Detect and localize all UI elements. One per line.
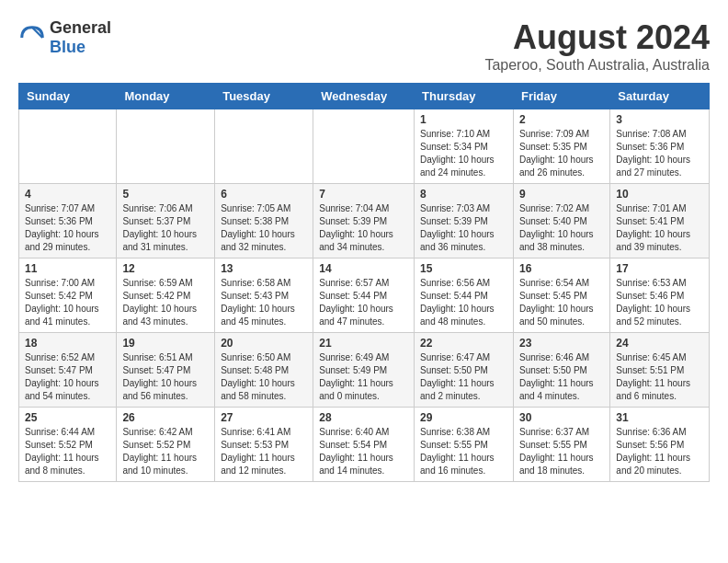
calendar-day-19: 19Sunrise: 6:51 AM Sunset: 5:47 PM Dayli… xyxy=(117,333,215,408)
day-info: Sunrise: 6:49 AM Sunset: 5:49 PM Dayligh… xyxy=(319,351,408,403)
day-info: Sunrise: 7:02 AM Sunset: 5:40 PM Dayligh… xyxy=(519,202,604,254)
day-number: 26 xyxy=(122,411,209,424)
day-info: Sunrise: 6:51 AM Sunset: 5:47 PM Dayligh… xyxy=(122,351,209,403)
day-info: Sunrise: 6:58 AM Sunset: 5:43 PM Dayligh… xyxy=(221,277,307,328)
calendar-day-21: 21Sunrise: 6:49 AM Sunset: 5:49 PM Dayli… xyxy=(313,333,415,408)
calendar-day-28: 28Sunrise: 6:40 AM Sunset: 5:54 PM Dayli… xyxy=(313,408,415,482)
calendar-day-30: 30Sunrise: 6:37 AM Sunset: 5:55 PM Dayli… xyxy=(513,408,609,482)
calendar-empty-cell xyxy=(117,109,215,184)
calendar-week-1: 1Sunrise: 7:10 AM Sunset: 5:34 PM Daylig… xyxy=(19,109,710,184)
day-info: Sunrise: 7:01 AM Sunset: 5:41 PM Dayligh… xyxy=(616,202,703,254)
calendar-day-29: 29Sunrise: 6:38 AM Sunset: 5:55 PM Dayli… xyxy=(415,408,514,482)
calendar-day-5: 5Sunrise: 7:06 AM Sunset: 5:37 PM Daylig… xyxy=(117,184,215,259)
day-number: 1 xyxy=(420,113,507,126)
day-info: Sunrise: 6:44 AM Sunset: 5:52 PM Dayligh… xyxy=(25,426,110,477)
day-number: 24 xyxy=(616,337,703,350)
day-number: 15 xyxy=(420,262,507,275)
day-info: Sunrise: 6:54 AM Sunset: 5:45 PM Dayligh… xyxy=(519,277,604,328)
day-info: Sunrise: 7:06 AM Sunset: 5:37 PM Dayligh… xyxy=(122,202,209,254)
day-header-saturday: Saturday xyxy=(610,84,710,109)
calendar-day-31: 31Sunrise: 6:36 AM Sunset: 5:56 PM Dayli… xyxy=(610,408,710,482)
day-info: Sunrise: 7:08 AM Sunset: 5:36 PM Dayligh… xyxy=(616,128,703,179)
day-info: Sunrise: 7:00 AM Sunset: 5:42 PM Dayligh… xyxy=(25,277,110,328)
logo-icon xyxy=(18,24,46,52)
calendar-week-4: 18Sunrise: 6:52 AM Sunset: 5:47 PM Dayli… xyxy=(19,333,710,408)
day-number: 27 xyxy=(221,411,307,424)
calendar-day-1: 1Sunrise: 7:10 AM Sunset: 5:34 PM Daylig… xyxy=(415,109,514,184)
day-number: 9 xyxy=(519,188,604,201)
logo-general: General xyxy=(50,18,111,38)
day-number: 2 xyxy=(519,113,604,126)
day-number: 25 xyxy=(25,411,110,424)
calendar-header-row: SundayMondayTuesdayWednesdayThursdayFrid… xyxy=(19,84,710,109)
day-header-tuesday: Tuesday xyxy=(215,84,313,109)
calendar-day-24: 24Sunrise: 6:45 AM Sunset: 5:51 PM Dayli… xyxy=(610,333,710,408)
day-info: Sunrise: 6:45 AM Sunset: 5:51 PM Dayligh… xyxy=(616,351,703,403)
calendar-day-17: 17Sunrise: 6:53 AM Sunset: 5:46 PM Dayli… xyxy=(610,259,710,333)
calendar-day-13: 13Sunrise: 6:58 AM Sunset: 5:43 PM Dayli… xyxy=(215,259,313,333)
day-number: 20 xyxy=(221,337,307,350)
calendar-day-3: 3Sunrise: 7:08 AM Sunset: 5:36 PM Daylig… xyxy=(610,109,710,184)
logo-blue: Blue xyxy=(50,38,111,57)
day-number: 11 xyxy=(25,262,110,275)
calendar-day-12: 12Sunrise: 6:59 AM Sunset: 5:42 PM Dayli… xyxy=(117,259,215,333)
day-header-sunday: Sunday xyxy=(19,84,117,109)
logo: General Blue xyxy=(18,18,111,57)
day-header-monday: Monday xyxy=(117,84,215,109)
day-info: Sunrise: 7:10 AM Sunset: 5:34 PM Dayligh… xyxy=(420,128,507,179)
calendar-day-16: 16Sunrise: 6:54 AM Sunset: 5:45 PM Dayli… xyxy=(513,259,609,333)
day-number: 12 xyxy=(122,262,209,275)
calendar-day-10: 10Sunrise: 7:01 AM Sunset: 5:41 PM Dayli… xyxy=(610,184,710,259)
day-number: 28 xyxy=(319,411,408,424)
day-number: 5 xyxy=(122,188,209,201)
calendar-day-20: 20Sunrise: 6:50 AM Sunset: 5:48 PM Dayli… xyxy=(215,333,313,408)
day-number: 29 xyxy=(420,411,507,424)
calendar-day-27: 27Sunrise: 6:41 AM Sunset: 5:53 PM Dayli… xyxy=(215,408,313,482)
calendar-week-2: 4Sunrise: 7:07 AM Sunset: 5:36 PM Daylig… xyxy=(19,184,710,259)
day-info: Sunrise: 6:56 AM Sunset: 5:44 PM Dayligh… xyxy=(420,277,507,328)
calendar-day-11: 11Sunrise: 7:00 AM Sunset: 5:42 PM Dayli… xyxy=(19,259,117,333)
day-info: Sunrise: 7:05 AM Sunset: 5:38 PM Dayligh… xyxy=(221,202,307,254)
calendar-week-3: 11Sunrise: 7:00 AM Sunset: 5:42 PM Dayli… xyxy=(19,259,710,333)
day-header-thursday: Thursday xyxy=(415,84,514,109)
calendar-day-26: 26Sunrise: 6:42 AM Sunset: 5:52 PM Dayli… xyxy=(117,408,215,482)
calendar-day-25: 25Sunrise: 6:44 AM Sunset: 5:52 PM Dayli… xyxy=(19,408,117,482)
day-info: Sunrise: 7:07 AM Sunset: 5:36 PM Dayligh… xyxy=(25,202,110,254)
page-header: General Blue August 2024 Taperoo, South … xyxy=(18,18,710,74)
day-number: 14 xyxy=(319,262,408,275)
logo-text: General Blue xyxy=(50,18,111,57)
day-number: 8 xyxy=(420,188,507,201)
calendar-empty-cell xyxy=(215,109,313,184)
day-info: Sunrise: 7:03 AM Sunset: 5:39 PM Dayligh… xyxy=(420,202,507,254)
day-number: 18 xyxy=(25,337,110,350)
day-number: 19 xyxy=(122,337,209,350)
day-header-friday: Friday xyxy=(513,84,609,109)
day-info: Sunrise: 6:52 AM Sunset: 5:47 PM Dayligh… xyxy=(25,351,110,403)
day-number: 7 xyxy=(319,188,408,201)
day-number: 23 xyxy=(519,337,604,350)
day-number: 4 xyxy=(25,188,110,201)
day-number: 21 xyxy=(319,337,408,350)
calendar-day-2: 2Sunrise: 7:09 AM Sunset: 5:35 PM Daylig… xyxy=(513,109,609,184)
day-number: 10 xyxy=(616,188,703,201)
day-number: 30 xyxy=(519,411,604,424)
day-info: Sunrise: 6:40 AM Sunset: 5:54 PM Dayligh… xyxy=(319,426,408,477)
day-info: Sunrise: 6:57 AM Sunset: 5:44 PM Dayligh… xyxy=(319,277,408,328)
day-number: 13 xyxy=(221,262,307,275)
day-info: Sunrise: 6:53 AM Sunset: 5:46 PM Dayligh… xyxy=(616,277,703,328)
month-year-title: August 2024 xyxy=(484,18,710,57)
day-info: Sunrise: 6:38 AM Sunset: 5:55 PM Dayligh… xyxy=(420,426,507,477)
day-info: Sunrise: 6:36 AM Sunset: 5:56 PM Dayligh… xyxy=(616,426,703,477)
day-info: Sunrise: 7:04 AM Sunset: 5:39 PM Dayligh… xyxy=(319,202,408,254)
day-number: 3 xyxy=(616,113,703,126)
day-info: Sunrise: 6:59 AM Sunset: 5:42 PM Dayligh… xyxy=(122,277,209,328)
calendar-week-5: 25Sunrise: 6:44 AM Sunset: 5:52 PM Dayli… xyxy=(19,408,710,482)
title-section: August 2024 Taperoo, South Australia, Au… xyxy=(484,18,710,74)
calendar-day-6: 6Sunrise: 7:05 AM Sunset: 5:38 PM Daylig… xyxy=(215,184,313,259)
day-number: 17 xyxy=(616,262,703,275)
calendar-day-23: 23Sunrise: 6:46 AM Sunset: 5:50 PM Dayli… xyxy=(513,333,609,408)
day-info: Sunrise: 6:42 AM Sunset: 5:52 PM Dayligh… xyxy=(122,426,209,477)
calendar-table: SundayMondayTuesdayWednesdayThursdayFrid… xyxy=(18,83,710,482)
day-info: Sunrise: 6:46 AM Sunset: 5:50 PM Dayligh… xyxy=(519,351,604,403)
calendar-day-22: 22Sunrise: 6:47 AM Sunset: 5:50 PM Dayli… xyxy=(415,333,514,408)
